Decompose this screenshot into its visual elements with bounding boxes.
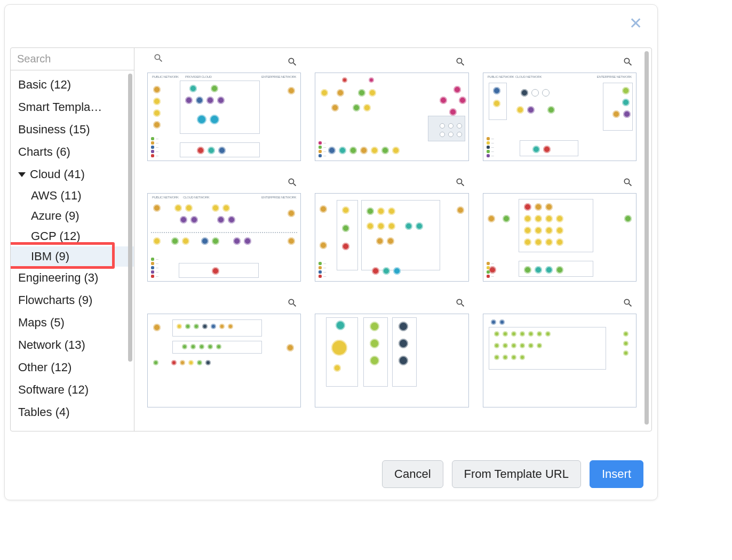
template-tile[interactable] — [483, 295, 636, 370]
zoom-icon[interactable] — [455, 298, 466, 310]
category-smart-templates[interactable]: Smart Templa… — [11, 96, 134, 118]
category-software[interactable]: Software (12) — [11, 379, 134, 401]
template-thumbnail: ———— — [483, 193, 636, 282]
template-thumbnail — [147, 314, 301, 407]
category-business[interactable]: Business (15) — [11, 118, 134, 141]
gallery-scrollbar[interactable] — [645, 51, 649, 425]
template-thumbnail — [315, 314, 468, 407]
from-template-url-button[interactable]: From Template URL — [452, 460, 581, 488]
search-input[interactable] — [16, 52, 153, 66]
category-cloud[interactable]: Cloud (41) — [11, 163, 134, 186]
close-icon[interactable]: ✕ — [629, 15, 642, 31]
dialog-footer: Cancel From Template URL Insert — [382, 460, 643, 488]
zoom-icon[interactable] — [623, 177, 633, 190]
subcategory-aws[interactable]: AWS (11) — [11, 186, 134, 206]
template-thumbnail: ———— — [315, 73, 468, 161]
zoom-icon[interactable] — [455, 177, 466, 190]
template-thumbnail: ———— — [315, 193, 468, 282]
subcategory-azure[interactable]: Azure (9) — [11, 206, 134, 226]
dialog-body: Basic (12) Smart Templa… Business (15) C… — [10, 47, 652, 431]
category-tables[interactable]: Tables (4) — [11, 401, 134, 423]
template-tile[interactable] — [315, 295, 468, 370]
template-thumbnail: PUBLIC NETWORK CLOUD NETWORK ENTERPRISE … — [147, 193, 301, 282]
category-tree: Basic (12) Smart Templa… Business (15) C… — [11, 70, 134, 431]
template-tile[interactable]: ———— — [315, 175, 468, 282]
category-charts[interactable]: Charts (6) — [11, 141, 134, 163]
zoom-icon[interactable] — [287, 57, 298, 69]
sidebar-scrollbar[interactable] — [128, 74, 132, 362]
insert-button[interactable]: Insert — [590, 460, 643, 488]
sidebar: Basic (12) Smart Templa… Business (15) C… — [11, 48, 134, 431]
template-dialog: ✕ Basic (12) Smart Templa… Business (15)… — [4, 4, 658, 500]
zoom-icon[interactable] — [623, 57, 633, 69]
template-tile[interactable]: PUBLIC NETWORK CLOUD NETWORK ENTERPRISE … — [147, 175, 301, 282]
gallery-grid: PUBLIC NETWORK PROVIDER CLOUD ENTERPRISE… — [134, 48, 651, 431]
cancel-button[interactable]: Cancel — [382, 460, 443, 488]
category-basic[interactable]: Basic (12) — [11, 74, 134, 96]
category-network[interactable]: Network (13) — [11, 334, 134, 356]
zoom-icon[interactable] — [287, 177, 298, 190]
zoom-icon[interactable] — [287, 298, 298, 310]
template-thumbnail: PUBLIC NETWORK CLOUD NETWORK ENTERPRISE … — [483, 73, 636, 161]
category-flowcharts[interactable]: Flowcharts (9) — [11, 289, 134, 311]
template-tile[interactable]: PUBLIC NETWORK CLOUD NETWORK ENTERPRISE … — [483, 54, 636, 161]
category-other[interactable]: Other (12) — [11, 356, 134, 379]
search-bar — [11, 48, 134, 70]
category-engineering[interactable]: Engineering (3) — [11, 267, 134, 289]
subcategory-gcp[interactable]: GCP (12) — [11, 226, 134, 246]
template-tile[interactable]: ———— — [483, 175, 636, 282]
template-tile[interactable]: ———— — [315, 54, 468, 161]
template-thumbnail: PUBLIC NETWORK PROVIDER CLOUD ENTERPRISE… — [147, 73, 301, 161]
subcategory-ibm[interactable]: IBM (9) — [11, 246, 134, 267]
category-maps[interactable]: Maps (5) — [11, 311, 134, 334]
zoom-icon[interactable] — [623, 298, 633, 310]
template-tile[interactable] — [147, 295, 301, 370]
zoom-icon[interactable] — [455, 57, 466, 69]
template-thumbnail — [483, 314, 636, 407]
template-tile[interactable]: PUBLIC NETWORK PROVIDER CLOUD ENTERPRISE… — [147, 54, 301, 161]
template-gallery: PUBLIC NETWORK PROVIDER CLOUD ENTERPRISE… — [134, 48, 651, 431]
